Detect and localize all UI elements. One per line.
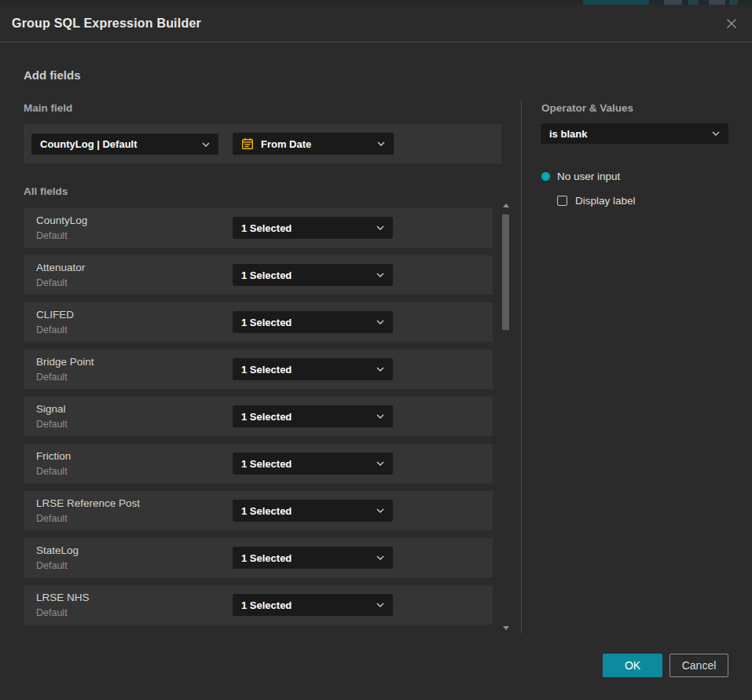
field-selection-dropdown[interactable]: 1 Selected bbox=[233, 547, 393, 569]
operator-values-heading: Operator & Values bbox=[541, 102, 633, 114]
chevron-down-icon bbox=[376, 320, 384, 324]
main-field-date-value: From Date bbox=[261, 138, 311, 150]
field-type-label: Default bbox=[36, 230, 68, 241]
field-type-label: Default bbox=[36, 324, 68, 335]
chevron-down-icon bbox=[712, 131, 720, 136]
scroll-up-arrow-icon[interactable] bbox=[503, 203, 509, 207]
main-field-label: Main field bbox=[24, 102, 72, 114]
chevron-down-icon bbox=[376, 555, 384, 560]
add-fields-heading: Add fields bbox=[24, 68, 81, 82]
field-selection-dropdown[interactable]: 1 Selected bbox=[233, 358, 393, 380]
close-button[interactable] bbox=[723, 15, 740, 32]
field-name: CLIFED bbox=[36, 309, 74, 321]
radio-selected-icon bbox=[541, 172, 550, 181]
field-name: Bridge Point bbox=[36, 356, 94, 368]
field-row: LRSE Reference Post Default 1 Selected bbox=[24, 491, 493, 530]
field-row: CLIFED Default 1 Selected bbox=[24, 302, 493, 342]
field-type-label: Default bbox=[36, 466, 68, 477]
dialog-header: Group SQL Expression Builder bbox=[0, 5, 752, 42]
main-field-layer-value: CountyLog | Default bbox=[40, 138, 138, 150]
chevron-down-icon bbox=[202, 142, 210, 147]
field-name: Signal bbox=[36, 403, 66, 415]
field-row: Friction Default 1 Selected bbox=[24, 444, 493, 483]
field-row: Attenuator Default 1 Selected bbox=[24, 255, 493, 295]
no-user-input-radio[interactable]: No user input bbox=[541, 170, 620, 182]
all-fields-label: All fields bbox=[24, 185, 68, 197]
fields-list-scrollbar[interactable] bbox=[501, 201, 511, 632]
field-selection-dropdown[interactable]: 1 Selected bbox=[233, 500, 393, 522]
close-icon bbox=[725, 17, 738, 30]
all-fields-list: CountyLog Default 1 Selected Attenuator … bbox=[24, 208, 493, 632]
field-selection-value: 1 Selected bbox=[241, 411, 292, 423]
field-type-label: Default bbox=[36, 560, 68, 571]
field-selection-dropdown[interactable]: 1 Selected bbox=[233, 311, 393, 333]
display-label-text: Display label bbox=[575, 195, 636, 207]
main-field-panel: CountyLog | Default From Date bbox=[24, 124, 501, 163]
field-selection-dropdown[interactable]: 1 Selected bbox=[233, 217, 393, 239]
main-field-layer-dropdown[interactable]: CountyLog | Default bbox=[31, 134, 218, 155]
chevron-down-icon bbox=[376, 414, 384, 419]
field-selection-value: 1 Selected bbox=[241, 222, 292, 234]
chevron-down-icon bbox=[376, 603, 384, 607]
chevron-down-icon bbox=[376, 367, 384, 372]
field-type-label: Default bbox=[36, 607, 68, 618]
chevron-down-icon bbox=[376, 508, 384, 513]
operator-value: is blank bbox=[549, 128, 587, 140]
dialog-body: Add fields Main field CountyLog | Defaul… bbox=[0, 42, 752, 699]
field-name: Attenuator bbox=[36, 262, 85, 273]
calendar-icon bbox=[241, 137, 254, 150]
no-user-input-label: No user input bbox=[557, 170, 620, 182]
field-name: LRSE Reference Post bbox=[36, 497, 140, 509]
field-type-label: Default bbox=[36, 513, 68, 524]
field-row: LRSE NHS Default 1 Selected bbox=[24, 585, 493, 625]
field-selection-value: 1 Selected bbox=[241, 599, 292, 611]
field-row: StateLog Default 1 Selected bbox=[24, 538, 493, 577]
display-label-checkbox[interactable]: Display label bbox=[557, 195, 636, 207]
field-name: CountyLog bbox=[36, 214, 87, 226]
field-selection-value: 1 Selected bbox=[241, 317, 292, 328]
field-selection-value: 1 Selected bbox=[241, 505, 292, 517]
field-name: LRSE NHS bbox=[36, 592, 90, 603]
field-name: Friction bbox=[36, 450, 71, 462]
sql-expression-builder-dialog: Group SQL Expression Builder Add fields … bbox=[0, 5, 752, 700]
field-row: Bridge Point Default 1 Selected bbox=[24, 350, 493, 389]
dialog-title: Group SQL Expression Builder bbox=[12, 16, 201, 31]
chevron-down-icon bbox=[376, 461, 384, 466]
field-selection-value: 1 Selected bbox=[241, 269, 292, 281]
field-selection-dropdown[interactable]: 1 Selected bbox=[233, 453, 393, 475]
main-field-date-dropdown[interactable]: From Date bbox=[233, 133, 394, 155]
cancel-button[interactable]: Cancel bbox=[669, 654, 728, 677]
ok-button[interactable]: OK bbox=[603, 654, 662, 677]
field-type-label: Default bbox=[36, 277, 68, 288]
field-selection-dropdown[interactable]: 1 Selected bbox=[233, 594, 393, 616]
field-row: CountyLog Default 1 Selected bbox=[24, 208, 493, 247]
field-selection-value: 1 Selected bbox=[241, 364, 292, 376]
chevron-down-icon bbox=[377, 141, 385, 146]
scrollbar-thumb[interactable] bbox=[502, 214, 509, 330]
field-name: StateLog bbox=[36, 544, 79, 556]
field-selection-value: 1 Selected bbox=[241, 458, 292, 470]
operator-dropdown[interactable]: is blank bbox=[541, 123, 728, 144]
field-type-label: Default bbox=[36, 419, 68, 430]
chevron-down-icon bbox=[376, 225, 384, 230]
chevron-down-icon bbox=[376, 273, 384, 277]
field-selection-value: 1 Selected bbox=[241, 552, 292, 564]
field-selection-dropdown[interactable]: 1 Selected bbox=[233, 405, 393, 427]
scroll-down-arrow-icon[interactable] bbox=[503, 626, 509, 630]
field-row: Signal Default 1 Selected bbox=[24, 397, 493, 436]
checkbox-unchecked-icon bbox=[557, 196, 567, 206]
field-selection-dropdown[interactable]: 1 Selected bbox=[233, 264, 393, 286]
field-type-label: Default bbox=[36, 372, 68, 383]
panel-divider bbox=[521, 100, 522, 633]
